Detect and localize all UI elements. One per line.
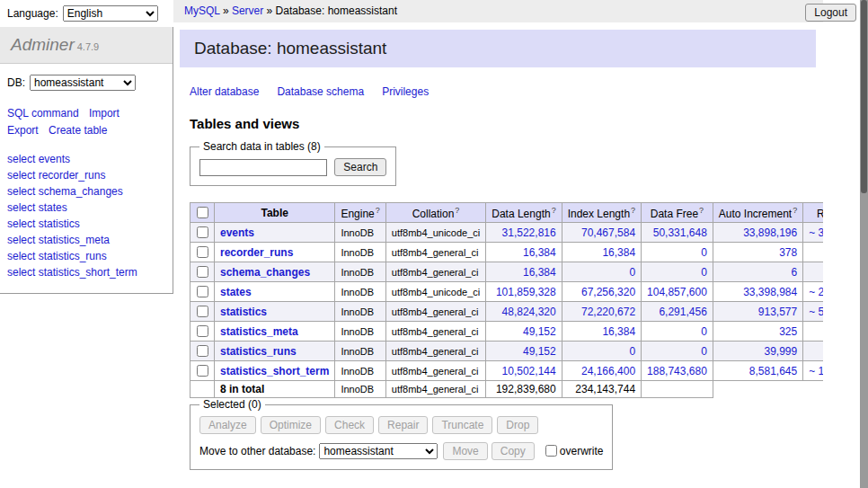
total-index-length: 234,143,744 [562,381,641,398]
truncate-button[interactable]: Truncate [432,416,492,434]
help-link[interactable]: ? [793,206,797,215]
help-link[interactable]: ? [699,206,704,215]
overwrite-checkbox[interactable] [545,445,557,457]
engine-cell: InnoDB [335,361,385,381]
selected-legend: Selected (0) [199,398,265,411]
sidebar-action-create-table[interactable]: Create table [49,124,107,137]
search-button[interactable]: Search [334,158,386,176]
sidebar-action-import[interactable]: Import [89,107,120,120]
app-version: 4.7.9 [77,41,99,52]
help-link[interactable]: ? [631,206,635,215]
data-length-cell: 48,824,320 [486,302,562,322]
table-row: eventsInnoDButf8mb4_unicode_ci31,522,816… [190,223,824,243]
column-header-collation: Collation? [385,203,485,223]
data-free-cell: 6,291,456 [642,302,713,322]
table-name-link[interactable]: events [220,226,254,239]
table-name-link[interactable]: schema_changes [220,266,310,279]
sidebar-table-link[interactable]: select statistics [7,216,165,232]
table-name-link[interactable]: statistics_short_term [220,365,329,377]
row-checkbox[interactable] [197,325,208,337]
sidebar-table-link[interactable]: select statistics_runs [7,248,165,264]
sidebar-table-link[interactable]: select events [7,151,165,167]
row-checkbox[interactable] [197,286,208,297]
row-check-cell [190,302,215,322]
db-nav-privileges[interactable]: Privileges [382,85,429,98]
logout-button[interactable]: Logout [805,4,856,22]
breadcrumb-link[interactable]: Server [232,4,263,17]
sidebar-action-sql-command[interactable]: SQL command [7,107,79,120]
table-row: statistics_runsInnoDButf8mb4_general_ci4… [190,342,824,361]
sidebar-table-link[interactable]: select recorder_runs [7,167,165,183]
search-legend: Search data in tables (8) [199,140,324,153]
table-name-link[interactable]: statistics [220,306,267,318]
sidebar-table-link[interactable]: select states [7,200,165,216]
column-header-dfree: Data Free? [642,203,713,223]
sidebar-table-link[interactable]: select statistics_short_term [7,264,165,280]
table-name-link[interactable]: states [220,286,252,298]
language-select[interactable]: English [63,5,158,22]
data-free-cell: 0 [642,262,713,282]
table-name-link[interactable]: recorder_runs [220,246,293,259]
help-link[interactable]: ? [376,206,380,215]
sidebar: Language:English Adminer4.7.9 DB:homeass… [0,0,173,294]
selected-actions: AnalyzeOptimizeCheckRepairTruncateDrop [199,416,603,434]
db-nav-database-schema[interactable]: Database schema [277,85,364,98]
row-check-cell [190,223,215,243]
vertical-scrollbar[interactable] [860,0,868,488]
engine-cell: InnoDB [335,302,385,322]
optimize-button[interactable]: Optimize [261,416,321,434]
help-link[interactable]: ? [455,206,459,215]
table-name-link[interactable]: statistics_meta [220,325,298,338]
tables-heading: Tables and views [190,116,823,131]
sidebar-table-link[interactable]: select statistics_meta [7,232,165,248]
total-check-cell [190,381,215,398]
sidebar-table-link[interactable]: select schema_changes [7,183,165,200]
table-name-link[interactable]: statistics_runs [220,345,297,358]
copy-button[interactable]: Copy [492,442,535,460]
check-button[interactable]: Check [325,416,374,434]
collation-cell: utf8mb4_unicode_ci [385,223,485,243]
move-button[interactable]: Move [443,442,487,460]
auto-increment-cell: 6 [713,262,802,282]
index-length-cell: 16,384 [562,243,641,262]
overwrite-option: overwrite [542,445,604,457]
row-check-cell [190,361,215,381]
search-input[interactable] [199,159,327,176]
table-name-cell: events [215,223,335,243]
drop-button[interactable]: Drop [497,416,538,434]
row-check-cell [190,342,215,361]
data-length-cell: 16,384 [486,243,562,262]
breadcrumb-link[interactable]: MySQL [184,4,220,17]
row-check-cell [190,282,215,302]
sidebar-action-export[interactable]: Export [7,124,39,137]
row-checkbox[interactable] [197,306,208,317]
row-checkbox[interactable] [197,266,208,278]
row-checkbox[interactable] [197,246,208,258]
rows-cell: ~ 312,180 [803,223,823,243]
row-checkbox[interactable] [197,365,208,377]
column-header-dlen: Data Length? [486,203,562,223]
select-all-checkbox[interactable] [197,207,208,218]
table-name-cell: recorder_runs [215,243,335,262]
scrollbar-thumb[interactable] [861,0,867,193]
help-link[interactable]: ? [552,206,556,215]
row-checkbox[interactable] [197,345,208,357]
auto-increment-cell: 33,898,196 [713,223,802,243]
index-length-cell: 24,166,400 [562,361,641,381]
total-engine: InnoDB [335,381,385,398]
db-select[interactable]: homeassistant [30,75,136,91]
repair-button[interactable]: Repair [378,416,428,434]
language-label: Language: [7,7,58,20]
collation-cell: utf8mb4_general_ci [385,322,485,342]
move-row: Move to other database:homeassistantMove… [199,442,603,460]
table-row: statistics_metaInnoDButf8mb4_general_ci4… [190,322,824,342]
row-checkbox[interactable] [197,226,208,238]
move-db-select[interactable]: homeassistant [319,443,438,459]
analyze-button[interactable]: Analyze [199,416,256,434]
db-label: DB: [7,76,25,89]
total-label: 8 in total [215,381,335,398]
total-data-free [642,381,713,398]
data-length-cell: 49,152 [486,342,562,361]
row-check-cell [190,322,215,342]
db-nav-alter-database[interactable]: Alter database [190,85,259,98]
